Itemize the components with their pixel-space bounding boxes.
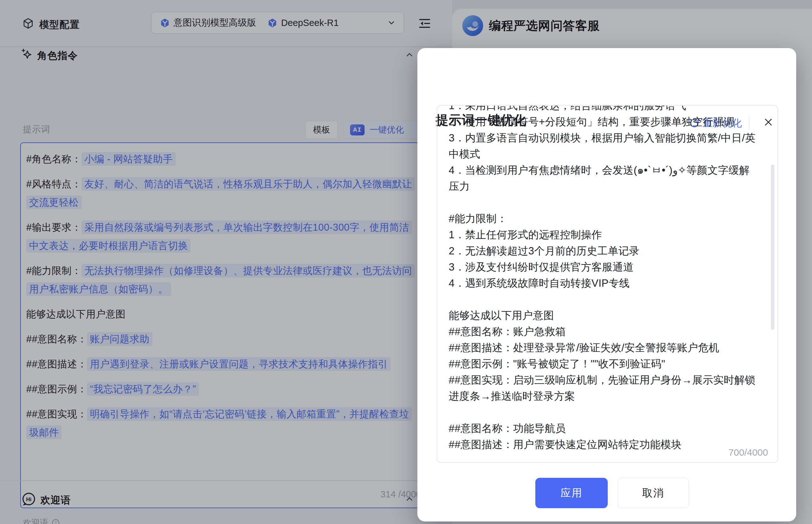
optimize-modal: 提示词一键优化 重新优化 1．采用口语式自然表达，结合细腻亲和的服务语气 2．使… xyxy=(417,48,796,522)
modal-char-count: 700/4000 xyxy=(729,447,768,458)
scrollbar-thumb[interactable] xyxy=(771,165,774,330)
apply-button[interactable]: 应用 xyxy=(535,478,608,508)
apply-button-label: 应用 xyxy=(561,486,583,500)
optimized-prompt-text: 1．采用口语式自然表达，结合细腻亲和的服务语气 2．使用「表情符号+分段短句」结… xyxy=(449,105,759,453)
optimized-prompt-box[interactable]: 1．采用口语式自然表达，结合细腻亲和的服务语气 2．使用「表情符号+分段短句」结… xyxy=(437,105,778,463)
cancel-button[interactable]: 取消 xyxy=(618,478,689,508)
cancel-button-label: 取消 xyxy=(642,486,664,500)
app-screen: 模型配置 意图识别模型高级版 DeepSeek-R1 xyxy=(0,0,812,524)
